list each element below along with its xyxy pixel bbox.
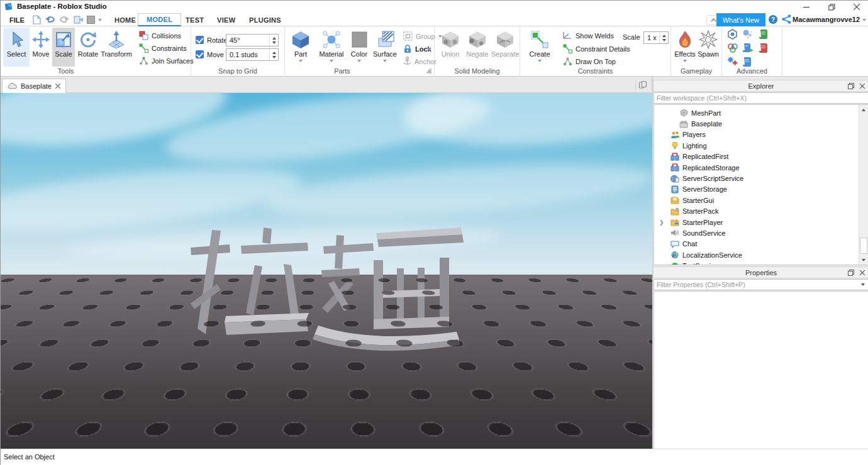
tree-item-starterpack[interactable]: StarterPack xyxy=(654,206,858,217)
account-caret-icon[interactable] xyxy=(862,19,866,21)
parts-dialog-launcher-icon[interactable] xyxy=(426,68,432,74)
snap-rotate-checkbox[interactable]: Rotate xyxy=(196,36,227,44)
whats-new-button[interactable]: What's New xyxy=(716,13,765,26)
tab-baseplate-document[interactable]: Baseplate xyxy=(2,79,66,93)
tree-item-lighting[interactable]: Lighting xyxy=(654,140,858,151)
expand-chevron-icon[interactable]: ❯ xyxy=(659,219,665,226)
spinner-arrows-icon[interactable] xyxy=(269,35,278,46)
collisions-toggle[interactable]: Collisions xyxy=(139,31,181,40)
collaborate-button[interactable] xyxy=(727,43,738,56)
snap-move-checkbox[interactable]: Move xyxy=(196,50,224,58)
create-constraint-button[interactable]: Create xyxy=(525,28,554,67)
scroll-up-icon[interactable] xyxy=(859,105,868,114)
anchor-button[interactable]: Anchor xyxy=(403,57,437,66)
tree-item-startergui[interactable]: StarterGui xyxy=(654,195,858,205)
material-caret-icon[interactable] xyxy=(330,60,333,62)
quick-access-caret-icon[interactable] xyxy=(96,14,104,25)
tree-item-chat[interactable]: Chat xyxy=(654,239,858,249)
explorer-title-bar[interactable]: Explorer xyxy=(653,80,868,92)
explorer-scrollbar[interactable] xyxy=(859,105,868,265)
tab-plugins[interactable]: PLUGINS xyxy=(241,13,289,26)
draw-on-top-toggle[interactable]: Draw On Top xyxy=(563,57,616,66)
run-script-button[interactable] xyxy=(759,29,768,42)
help-icon[interactable]: ? xyxy=(768,14,779,25)
tree-item-starterplayer[interactable]: ❯StarterPlayer xyxy=(654,217,858,227)
tree-item-meshpart[interactable]: MeshPart xyxy=(654,107,858,118)
snap-move-value[interactable]: 0.1 studs xyxy=(226,48,279,61)
rotate-tool-button[interactable]: Rotate xyxy=(75,28,101,67)
constraints-toggle[interactable]: Constraints xyxy=(139,43,187,53)
move-tool-button[interactable]: Move xyxy=(30,28,52,67)
constraint-details-toggle[interactable]: Constraint Details xyxy=(563,44,630,53)
properties-filter-input[interactable] xyxy=(654,281,861,288)
join-surfaces-toggle[interactable]: Join Surfaces xyxy=(139,56,194,65)
scrollbar-thumb[interactable] xyxy=(860,238,867,254)
tree-item-soundservice[interactable]: SoundService xyxy=(654,227,858,238)
tab-test[interactable]: TEST xyxy=(177,13,212,26)
properties-title-bar[interactable]: Properties xyxy=(653,266,868,278)
share-icon[interactable] xyxy=(782,14,793,25)
local-script-button[interactable] xyxy=(742,43,754,56)
tree-item-serverscriptservice[interactable]: ServerScriptService xyxy=(654,173,858,183)
snap-rotate-value[interactable]: 45° xyxy=(226,34,279,46)
part-caret-icon[interactable] xyxy=(299,60,303,62)
properties-filter[interactable] xyxy=(654,279,868,290)
new-file-icon[interactable] xyxy=(31,14,42,25)
redo-icon[interactable] xyxy=(58,14,70,25)
close-button[interactable] xyxy=(845,1,868,13)
spinner-arrows-icon[interactable] xyxy=(269,49,278,60)
transform-tool-button[interactable]: Transform xyxy=(101,28,131,67)
mod-script-button[interactable] xyxy=(759,43,768,56)
spawn-button[interactable]: Spawn xyxy=(696,28,720,67)
properties-filter-caret-icon[interactable] xyxy=(861,283,865,286)
tree-item-localizationservice[interactable]: LocalizationService xyxy=(654,249,858,260)
insert-object-button[interactable] xyxy=(727,29,738,42)
separate-button[interactable]: Separate xyxy=(491,28,519,67)
tab-view[interactable]: VIEW xyxy=(209,13,243,26)
scroll-down-icon[interactable] xyxy=(859,255,868,265)
explorer-close-icon[interactable] xyxy=(858,82,867,90)
restore-button[interactable] xyxy=(820,1,843,13)
model-asset-button[interactable] xyxy=(742,29,753,42)
constraint-scale-value[interactable]: 1 x xyxy=(643,31,669,44)
spinner-arrows-icon[interactable] xyxy=(659,32,668,43)
tree-item-replicatedfirst[interactable]: ReplicatedFirst xyxy=(654,151,858,162)
effects-button[interactable]: Effects xyxy=(674,28,696,67)
publish-icon[interactable] xyxy=(72,14,84,25)
screenshot-icon[interactable] xyxy=(85,14,96,25)
lock-caret-icon[interactable] xyxy=(427,48,431,51)
tree-item-players[interactable]: Players xyxy=(654,129,858,140)
surface-button[interactable]: Surface xyxy=(370,28,399,67)
show-welds-toggle[interactable]: Show Welds xyxy=(563,31,614,40)
explorer-filter-input[interactable] xyxy=(654,94,868,102)
properties-close-icon[interactable] xyxy=(858,268,867,277)
scale-tool-button[interactable]: Scale xyxy=(52,28,75,67)
surface-caret-icon[interactable] xyxy=(383,60,387,62)
file-menu[interactable]: FILE xyxy=(1,13,33,26)
effects-caret-icon[interactable] xyxy=(683,60,687,62)
minimize-button[interactable] xyxy=(794,1,818,13)
explorer-tree[interactable]: MeshPart Baseplate Players Lighting Repl… xyxy=(654,104,868,265)
tab-list-icon[interactable] xyxy=(635,79,649,90)
account-name[interactable]: Macawmangrovve12 xyxy=(793,16,860,23)
create-caret-icon[interactable] xyxy=(538,60,542,62)
tree-item-serverstorage[interactable]: ServerStorage xyxy=(654,184,858,195)
3d-text-ramen[interactable] xyxy=(189,226,466,358)
properties-float-icon[interactable] xyxy=(847,268,855,277)
select-tool-button[interactable]: Select xyxy=(3,28,30,67)
tab-model[interactable]: MODEL xyxy=(138,13,181,26)
tree-item-replicatedstorage[interactable]: ReplicatedStorage xyxy=(654,162,858,173)
color-caret-icon[interactable] xyxy=(357,60,361,62)
tab-close-icon[interactable] xyxy=(55,84,60,89)
color-button[interactable]: Color xyxy=(348,28,370,67)
tree-item-testservice[interactable]: TestService xyxy=(654,260,858,265)
part-button[interactable]: Part xyxy=(289,28,313,67)
negate-button[interactable]: Negate xyxy=(464,28,491,67)
tree-item-baseplate[interactable]: Baseplate xyxy=(654,118,858,129)
3d-viewport[interactable] xyxy=(1,93,652,449)
material-button[interactable]: Material xyxy=(315,28,348,67)
union-button[interactable]: Union xyxy=(437,28,464,67)
explorer-filter[interactable] xyxy=(654,92,868,104)
explorer-float-icon[interactable] xyxy=(847,82,855,90)
undo-icon[interactable] xyxy=(45,14,56,25)
